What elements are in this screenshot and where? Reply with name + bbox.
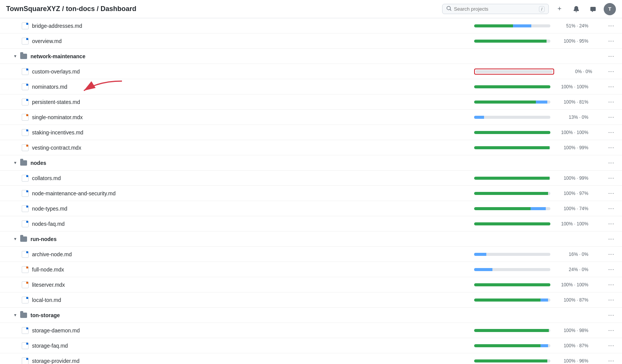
- progress-text: 24% · 0%: [554, 267, 588, 272]
- more-menu-button[interactable]: ···: [607, 358, 616, 364]
- file-name: single-nominator.mdx: [32, 114, 474, 120]
- list-item[interactable]: node-types.md 100% · 74% ···: [0, 201, 622, 216]
- progress-text: 100% · 87%: [554, 343, 588, 348]
- md-file-icon: [21, 357, 29, 364]
- list-item[interactable]: node-maintenance-and-security.md 100% · …: [0, 186, 622, 201]
- folder-icon: [20, 159, 27, 167]
- search-box[interactable]: /: [442, 4, 549, 14]
- avatar[interactable]: T: [604, 3, 616, 15]
- notifications-button[interactable]: [570, 3, 582, 15]
- search-icon: [446, 6, 452, 12]
- more-menu-button[interactable]: ···: [607, 68, 616, 75]
- more-menu-button[interactable]: ···: [607, 129, 616, 136]
- more-menu-button[interactable]: ···: [607, 175, 616, 182]
- file-name: bridge-addresses.md: [32, 23, 474, 29]
- more-menu-button[interactable]: ···: [607, 297, 616, 303]
- folder-name: run-nodes: [30, 236, 56, 242]
- file-name: storage-provider.md: [32, 358, 474, 364]
- md-file-icon: [21, 22, 29, 30]
- folder-icon: [20, 53, 27, 60]
- file-name: full-node.mdx: [32, 267, 474, 273]
- more-menu-button[interactable]: ···: [607, 190, 616, 197]
- more-menu-button[interactable]: ···: [607, 251, 616, 258]
- progress-text: 100% · 99%: [554, 176, 588, 181]
- list-item[interactable]: ▼ ton-storage ···: [0, 308, 622, 323]
- folder-name: nodes: [30, 160, 46, 166]
- progress-area: 100% · 97%: [474, 191, 604, 196]
- add-button[interactable]: +: [553, 3, 566, 15]
- folder-toggle[interactable]: ▼: [12, 312, 18, 318]
- file-name: node-maintenance-and-security.md: [32, 190, 474, 196]
- list-item[interactable]: local-ton.md 100% · 87% ···: [0, 292, 622, 308]
- md-file-icon: [21, 98, 29, 106]
- more-menu-button[interactable]: ···: [607, 114, 616, 121]
- list-item[interactable]: liteserver.mdx 100% · 100% ···: [0, 277, 622, 292]
- header-actions: / + T: [442, 3, 616, 15]
- more-menu-button[interactable]: ···: [607, 38, 616, 45]
- progress-text: 13% · 0%: [554, 115, 588, 120]
- messages-button[interactable]: [587, 3, 599, 15]
- list-item[interactable]: ▼ nodes ···: [0, 155, 622, 171]
- list-item[interactable]: nodes-faq.md 100% · 100% ···: [0, 216, 622, 231]
- progress-text: 0% · 0%: [558, 69, 592, 74]
- more-menu-button[interactable]: ···: [607, 342, 616, 349]
- more-menu-button[interactable]: ···: [607, 160, 616, 166]
- more-menu-button[interactable]: ···: [607, 83, 616, 90]
- file-name: staking-incentives.md: [32, 129, 474, 136]
- search-input[interactable]: [454, 6, 537, 12]
- file-name: storage-faq.md: [32, 343, 474, 349]
- md-file-icon: [21, 174, 29, 182]
- more-menu-button[interactable]: ···: [607, 312, 616, 319]
- list-item[interactable]: single-nominator.mdx 13% · 0% ···: [0, 110, 622, 125]
- mdx-file-icon: [21, 266, 29, 273]
- progress-area: 100% · 98%: [474, 328, 604, 333]
- more-menu-button[interactable]: ···: [607, 99, 616, 105]
- list-item[interactable]: ▼ run-nodes ···: [0, 231, 622, 247]
- list-item[interactable]: nominators.md 100% · 100% ···: [0, 79, 622, 94]
- more-menu-button[interactable]: ···: [607, 53, 616, 60]
- file-name: persistent-states.md: [32, 99, 474, 105]
- progress-text: 16% · 0%: [554, 252, 588, 257]
- more-menu-button[interactable]: ···: [607, 327, 616, 334]
- more-menu-button[interactable]: ···: [607, 205, 616, 212]
- folder-toggle[interactable]: ▼: [12, 53, 18, 59]
- list-item[interactable]: ▼ network-maintenance ···: [0, 49, 622, 64]
- file-name: archive-node.md: [32, 251, 474, 257]
- progress-area: 100% · 87%: [474, 297, 604, 303]
- progress-area: 0% · 0%: [474, 69, 604, 75]
- file-name: vesting-contract.mdx: [32, 145, 474, 151]
- page-title: TownSquareXYZ / ton-docs / Dashboard: [6, 5, 442, 13]
- list-item[interactable]: staking-incentives.md 100% · 100% ···: [0, 125, 622, 140]
- folder-toggle[interactable]: ▼: [12, 160, 18, 166]
- progress-area: 13% · 0%: [474, 115, 604, 120]
- md-file-icon: [21, 296, 29, 304]
- list-item[interactable]: storage-faq.md 100% · 87% ···: [0, 338, 622, 353]
- more-menu-button[interactable]: ···: [607, 266, 616, 273]
- list-item[interactable]: collators.md 100% · 99% ···: [0, 171, 622, 186]
- more-menu-button[interactable]: ···: [607, 281, 616, 288]
- more-menu-button[interactable]: ···: [607, 236, 616, 243]
- list-item[interactable]: storage-daemon.md 100% · 98% ···: [0, 323, 622, 338]
- file-name: node-types.md: [32, 206, 474, 212]
- list-item[interactable]: full-node.mdx 24% · 0% ···: [0, 262, 622, 277]
- list-item[interactable]: bridge-addresses.md 51% · 24% ···: [0, 18, 622, 34]
- progress-area: 16% · 0%: [474, 252, 604, 257]
- more-menu-button[interactable]: ···: [607, 220, 616, 227]
- progress-text: 100% · 97%: [554, 191, 588, 196]
- list-item[interactable]: persistent-states.md 100% · 81% ···: [0, 94, 622, 110]
- progress-area: 100% · 95%: [474, 38, 604, 44]
- list-item[interactable]: overview.md 100% · 95% ···: [0, 34, 622, 49]
- list-item[interactable]: custom-overlays.md 0% · 0% ···: [0, 64, 622, 79]
- md-file-icon: [21, 190, 29, 197]
- file-name: collators.md: [32, 175, 474, 181]
- more-menu-button[interactable]: ···: [607, 22, 616, 29]
- progress-area: 100% · 96%: [474, 358, 604, 364]
- list-item[interactable]: archive-node.md 16% · 0% ···: [0, 247, 622, 262]
- progress-text: 51% · 24%: [554, 23, 588, 29]
- list-item[interactable]: storage-provider.md 100% · 96% ···: [0, 353, 622, 364]
- md-file-icon: [21, 37, 29, 45]
- folder-toggle[interactable]: ▼: [12, 236, 18, 242]
- md-file-icon: [21, 129, 29, 136]
- list-item[interactable]: vesting-contract.mdx 100% · 99% ···: [0, 140, 622, 155]
- more-menu-button[interactable]: ···: [607, 144, 616, 151]
